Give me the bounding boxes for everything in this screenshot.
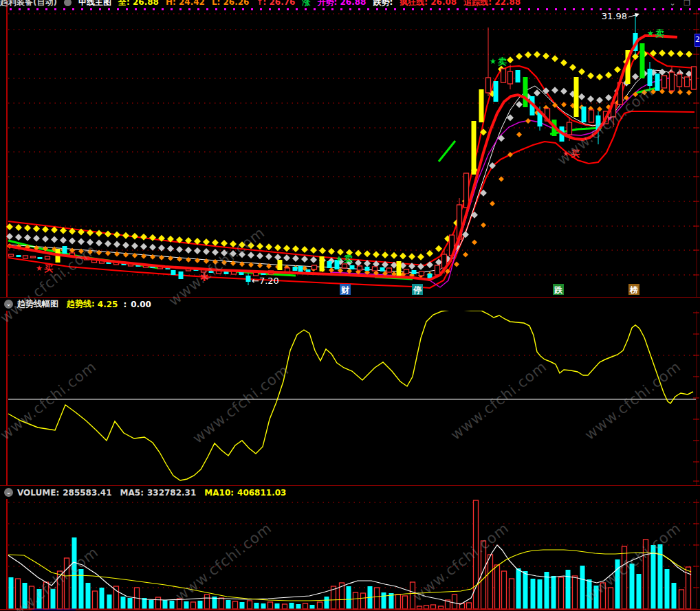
diamond-dot bbox=[203, 248, 210, 255]
diamond-dot bbox=[212, 239, 219, 246]
candle-up bbox=[435, 265, 440, 275]
candle bbox=[350, 265, 355, 269]
diamond-dot bbox=[578, 93, 585, 100]
diamond-dot bbox=[123, 252, 129, 258]
collapse-icon[interactable]: ⌄ bbox=[4, 300, 13, 309]
diamond-dot bbox=[15, 234, 22, 241]
diamond-dot bbox=[587, 72, 594, 79]
diamond-dot bbox=[167, 245, 174, 252]
diamond-dot bbox=[132, 253, 138, 258]
diamond-dot bbox=[69, 247, 75, 253]
volume-bar-down bbox=[538, 579, 543, 609]
volume-bar-up bbox=[609, 588, 613, 609]
volume-bar-down bbox=[296, 604, 301, 609]
diamond-dot bbox=[42, 236, 49, 243]
diamond-dot bbox=[686, 51, 692, 58]
diamond-dot bbox=[105, 231, 111, 238]
header-field-11: 追踪线: 22.88 bbox=[463, 0, 521, 7]
high-price-label: 31.98 bbox=[602, 11, 627, 21]
volume-bar-down bbox=[9, 577, 14, 609]
volume-bar-down bbox=[163, 600, 168, 609]
volume-bar-up bbox=[424, 606, 429, 609]
volume-bar-up bbox=[622, 546, 627, 609]
candle bbox=[494, 81, 499, 102]
trend-panel-title: 趋势线幅图 bbox=[17, 298, 58, 310]
volume-bar-up bbox=[502, 571, 507, 609]
volume-bar-up bbox=[452, 595, 457, 609]
ma10-value: 406811.03 bbox=[237, 488, 286, 498]
candle-up bbox=[419, 271, 424, 276]
collapse-icon[interactable]: ⌄ bbox=[4, 488, 13, 497]
trend-line-series bbox=[8, 311, 693, 480]
diamond-dot bbox=[230, 241, 237, 247]
diamond-dot bbox=[596, 97, 603, 104]
diamond-dot bbox=[498, 135, 505, 142]
candle-up bbox=[312, 265, 317, 269]
diamond-dot bbox=[489, 162, 496, 169]
diamond-dot bbox=[560, 59, 567, 66]
diamond-dot bbox=[131, 233, 138, 240]
volume-bar-up bbox=[30, 586, 34, 609]
volume-bar-down bbox=[382, 592, 386, 609]
main-price-chart[interactable]: ★买★卖★卖★买★卖✱31.98←7.20财停跌榜 bbox=[0, 10, 700, 297]
diamond-dot bbox=[177, 256, 182, 262]
volume-bar-down bbox=[587, 579, 592, 609]
diamond-dot bbox=[499, 177, 504, 182]
diamond-dot bbox=[373, 251, 380, 258]
diamond-dot bbox=[426, 250, 433, 257]
diamond-dot bbox=[42, 226, 49, 233]
volume-bar-down bbox=[289, 603, 294, 609]
candle-up bbox=[373, 267, 378, 271]
diamond-dot bbox=[24, 234, 31, 241]
candle-up bbox=[45, 256, 50, 259]
diamond-dot bbox=[221, 249, 228, 256]
signal-label: 买 bbox=[44, 263, 53, 274]
diamond-dot bbox=[113, 241, 120, 248]
signal-star-icon: ★ bbox=[336, 254, 342, 263]
candle-up bbox=[23, 256, 28, 258]
signal-asterisk-icon: ✱ bbox=[199, 271, 208, 284]
diamond-dot bbox=[239, 251, 245, 258]
signal-star-icon: ★ bbox=[490, 57, 496, 66]
diamond-dot bbox=[310, 256, 317, 263]
tag-char: 跌 bbox=[554, 285, 563, 295]
header-field-9: 跌势: bbox=[373, 0, 393, 7]
volume-bar-down bbox=[72, 537, 77, 609]
volume-bar-down bbox=[170, 601, 175, 609]
diamond-dot bbox=[472, 239, 477, 245]
diamond-dot bbox=[534, 51, 540, 58]
volume-bar-up bbox=[191, 602, 196, 609]
volume-bar-down bbox=[531, 579, 536, 609]
volume-bar-down bbox=[651, 545, 656, 609]
candle-up bbox=[501, 69, 506, 82]
diamond-dot bbox=[668, 50, 675, 57]
tag-char: 停 bbox=[413, 285, 422, 295]
volume-bar-up bbox=[248, 601, 252, 609]
diamond-dot bbox=[176, 246, 183, 253]
header-field-0: 趋利装备(自动) bbox=[0, 0, 57, 7]
volume-bar-up bbox=[510, 579, 514, 609]
diamond-dot bbox=[677, 89, 683, 95]
candle bbox=[655, 74, 660, 91]
volume-bar-down bbox=[672, 583, 677, 609]
trend-oscillator-chart[interactable] bbox=[0, 311, 700, 485]
volume-bar-up bbox=[411, 582, 415, 609]
diamond-dot bbox=[131, 243, 138, 249]
candle bbox=[516, 70, 521, 82]
window-icon[interactable]: ❐ bbox=[683, 0, 690, 8]
candle bbox=[38, 257, 43, 259]
diamond-dot bbox=[400, 252, 406, 259]
volume-bar-down bbox=[275, 603, 280, 609]
chevron-down-icon[interactable]: ⌄ bbox=[669, 0, 675, 8]
volume-bar-up bbox=[219, 598, 224, 609]
diamond-dot bbox=[686, 90, 692, 96]
diamond-dot bbox=[435, 258, 442, 265]
diamond-dot bbox=[194, 247, 201, 254]
volume-chart[interactable] bbox=[0, 499, 700, 611]
diamond-dot bbox=[534, 89, 540, 96]
volume-bar-down bbox=[665, 569, 670, 609]
volume-bar-up bbox=[65, 558, 69, 609]
candle-up bbox=[508, 71, 513, 84]
candle-up bbox=[567, 122, 572, 135]
candle-up bbox=[677, 74, 682, 87]
